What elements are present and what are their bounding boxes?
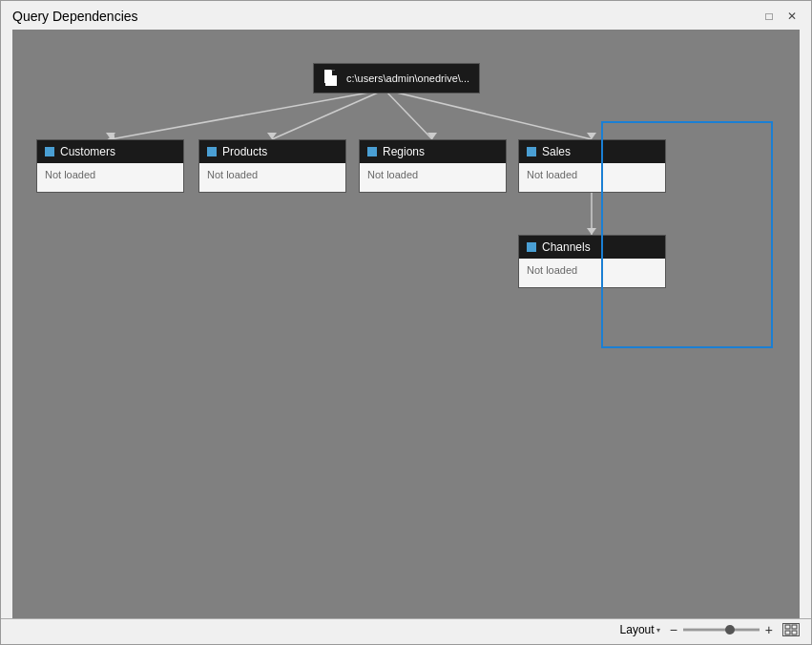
node-sales-header: Sales: [519, 140, 665, 163]
svg-line-2: [385, 90, 432, 139]
zoom-in-button[interactable]: +: [763, 622, 775, 637]
node-customers-header: Customers: [37, 140, 183, 163]
products-status: Not loaded: [199, 163, 345, 192]
regions-icon: [367, 147, 377, 156]
products-label: Products: [222, 145, 267, 158]
bottom-toolbar: Layout ▾ − +: [1, 618, 811, 640]
node-regions-header: Regions: [360, 140, 506, 163]
layout-dropdown[interactable]: Layout ▾: [620, 623, 660, 636]
svg-rect-15: [325, 80, 330, 82]
customers-label: Customers: [60, 145, 115, 158]
svg-line-0: [111, 90, 385, 139]
svg-rect-18: [785, 631, 790, 635]
svg-rect-10: [324, 70, 335, 83]
node-products-header: Products: [199, 140, 345, 163]
svg-marker-7: [427, 133, 437, 139]
svg-marker-9: [587, 228, 596, 235]
regions-label: Regions: [383, 145, 425, 158]
layout-label: Layout: [620, 623, 655, 636]
sales-icon: [527, 147, 536, 156]
title-bar-controls: □ ✕: [761, 9, 800, 24]
regions-status: Not loaded: [360, 163, 506, 192]
svg-marker-6: [267, 133, 277, 139]
file-icon: [323, 70, 339, 87]
products-icon: [207, 147, 217, 156]
maximize-button[interactable]: □: [761, 9, 777, 24]
connectors-svg: [12, 30, 800, 618]
channels-label: Channels: [542, 240, 591, 254]
svg-rect-16: [785, 625, 790, 629]
svg-marker-11: [331, 70, 335, 73]
sales-label: Sales: [542, 145, 571, 158]
node-sales[interactable]: Sales Not loaded: [518, 139, 666, 193]
sales-status: Not loaded: [519, 163, 665, 192]
file-node-label: c:\users\admin\onedrive\...: [346, 73, 469, 84]
canvas-area: c:\users\admin\onedrive\... Customers No…: [12, 30, 800, 618]
zoom-controls: − +: [668, 622, 775, 637]
zoom-out-button[interactable]: −: [668, 622, 679, 637]
channels-icon: [527, 242, 536, 252]
svg-marker-12: [331, 70, 335, 73]
svg-rect-14: [325, 77, 332, 79]
customers-icon: [45, 147, 54, 156]
channels-status: Not loaded: [519, 259, 665, 287]
node-customers[interactable]: Customers Not loaded: [36, 139, 184, 193]
node-channels-header: Channels: [519, 236, 665, 259]
svg-line-3: [385, 90, 592, 139]
svg-marker-5: [106, 133, 115, 139]
file-node[interactable]: c:\users\admin\onedrive\...: [313, 63, 480, 94]
zoom-slider[interactable]: [683, 628, 760, 632]
svg-marker-8: [587, 133, 596, 139]
svg-rect-13: [325, 74, 332, 76]
node-products[interactable]: Products Not loaded: [198, 139, 346, 193]
title-bar: Query Dependencies □ ✕: [1, 1, 811, 30]
node-channels[interactable]: Channels Not loaded: [518, 235, 666, 288]
window-bottom-padding: [1, 640, 811, 644]
window-title: Query Dependencies: [12, 9, 138, 24]
node-regions[interactable]: Regions Not loaded: [359, 139, 507, 193]
zoom-slider-thumb[interactable]: [725, 625, 735, 635]
svg-rect-17: [792, 625, 797, 629]
layout-dropdown-arrow: ▾: [656, 626, 660, 635]
fit-to-window-button[interactable]: [782, 623, 800, 636]
svg-line-1: [272, 90, 385, 139]
svg-rect-19: [792, 631, 797, 635]
close-button[interactable]: ✕: [784, 9, 800, 24]
zoom-slider-track: [683, 629, 760, 631]
customers-status: Not loaded: [37, 163, 183, 192]
fit-icon: [784, 624, 798, 635]
window: Query Dependencies □ ✕: [0, 0, 812, 645]
